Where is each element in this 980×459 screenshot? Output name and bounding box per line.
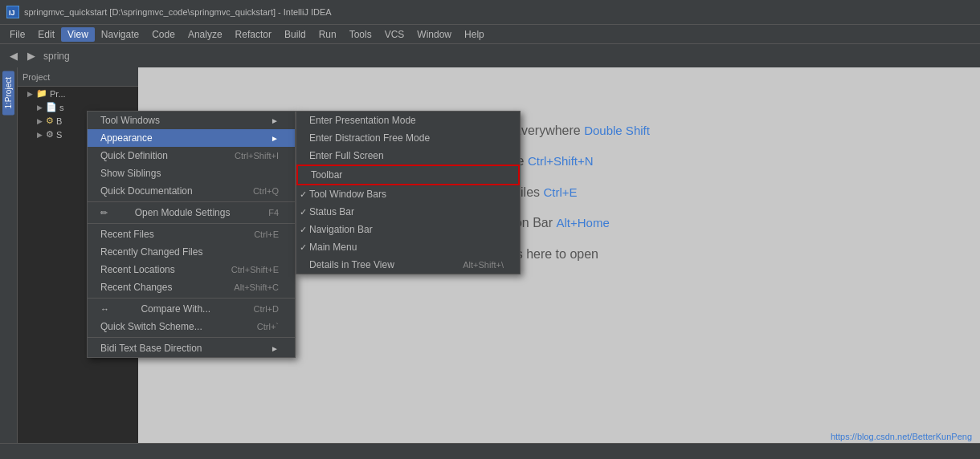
item-label: Toolbar	[311, 169, 342, 181]
menu-view[interactable]: View	[61, 27, 95, 42]
menu-refactor[interactable]: Refactor	[229, 27, 278, 42]
project-tree-item[interactable]: ▶ 📁 Pr...	[18, 87, 138, 100]
appearance-enter-presentation-mode[interactable]: Enter Presentation Mode	[296, 112, 520, 129]
menu-bar: File Edit View Navigate Code Analyze Ref…	[0, 24, 980, 43]
menu-file[interactable]: File	[3, 27, 31, 42]
sidebar-tab-project[interactable]: 1:Project	[2, 71, 14, 115]
toolbar-project-label: spring	[43, 51, 70, 62]
menu-tools[interactable]: Tools	[343, 27, 378, 42]
menu-build[interactable]: Build	[278, 27, 312, 42]
item-shortcut: Ctrl+E	[254, 229, 279, 239]
item-label: Appearance	[100, 132, 153, 144]
view-quick-documentation[interactable]: Quick Documentation Ctrl+Q	[88, 182, 295, 200]
check-icon: ✓	[300, 189, 307, 200]
view-recent-changes[interactable]: Recent Changes Alt+Shift+C	[88, 278, 295, 296]
submenu-arrow: ►	[271, 116, 279, 125]
item-label: Quick Definition	[100, 150, 168, 161]
tree-arrow: ▶	[37, 117, 43, 125]
hint-shortcut: Alt+Home	[557, 216, 610, 229]
tree-arrow: ▶	[27, 90, 33, 98]
item-shortcut: Alt+Shift+C	[234, 282, 279, 292]
item-label: Enter Full Screen	[309, 150, 384, 161]
project-item-label: s	[59, 103, 64, 112]
appearance-status-bar[interactable]: ✓ Status Bar	[296, 203, 520, 221]
item-shortcut: Ctrl+Q	[253, 186, 279, 196]
item-shortcut: Ctrl+Shift+I	[235, 151, 279, 160]
view-recently-changed-files[interactable]: Recently Changed Files	[88, 243, 295, 261]
tree-arrow: ▶	[37, 131, 43, 139]
item-label: Recent Files	[100, 229, 154, 240]
appearance-tool-window-bars[interactable]: ✓ Tool Window Bars	[296, 185, 520, 203]
project-header: Project	[18, 67, 138, 87]
view-compare-with[interactable]: ↔ Compare With... Ctrl+D	[88, 300, 295, 318]
menu-help[interactable]: Help	[458, 27, 491, 42]
item-label: Navigation Bar	[309, 224, 373, 235]
divider	[88, 201, 295, 202]
item-label: Enter Presentation Mode	[309, 115, 416, 126]
appearance-enter-distraction-free-mode[interactable]: Enter Distraction Free Mode	[296, 129, 520, 147]
appearance-details-in-tree-view[interactable]: Details in Tree View Alt+Shift+\	[296, 256, 520, 274]
app-icon: IJ	[6, 6, 19, 18]
menu-window[interactable]: Window	[410, 27, 458, 42]
divider	[88, 337, 295, 338]
menu-analyze[interactable]: Analyze	[182, 27, 229, 42]
view-appearance[interactable]: Appearance ►	[88, 129, 295, 147]
view-show-siblings[interactable]: Show Siblings	[88, 165, 295, 182]
title-text: springmvc_quickstart [D:\springmvc_code\…	[24, 7, 332, 17]
view-quick-definition[interactable]: Quick Definition Ctrl+Shift+I	[88, 147, 295, 165]
settings-icon: ⚙	[46, 129, 54, 140]
project-item-label: B	[56, 116, 62, 126]
view-tool-windows[interactable]: Tool Windows ►	[88, 112, 295, 129]
sidebar-strip: 1:Project	[0, 67, 18, 459]
item-label: Recent Changes	[100, 282, 172, 293]
item-label: Tool Windows	[100, 115, 160, 126]
divider	[88, 223, 295, 224]
check-icon: ✓	[300, 207, 307, 217]
toolbar-back-btn[interactable]: ◀	[5, 47, 22, 65]
view-menu-dropdown: Tool Windows ► Appearance ► Quick Defini…	[87, 111, 296, 358]
menu-navigate[interactable]: Navigate	[95, 27, 145, 42]
item-label: Compare With...	[141, 303, 210, 315]
hint-shortcut: Ctrl+E	[543, 185, 577, 199]
view-open-module-settings[interactable]: ✏ Open Module Settings F4	[88, 204, 295, 221]
item-label: Bidi Text Base Direction	[100, 343, 202, 354]
view-recent-locations[interactable]: Recent Locations Ctrl+Shift+E	[88, 261, 295, 278]
toolbar-row: ◀ ▶ spring	[0, 43, 980, 67]
item-shortcut: Ctrl+`	[257, 322, 279, 331]
project-folder-icon: 📁	[36, 88, 47, 99]
menu-code[interactable]: Code	[145, 27, 182, 42]
item-label: Details in Tree View	[309, 259, 394, 270]
project-item-label: Pr...	[50, 89, 66, 99]
menu-edit[interactable]: Edit	[31, 27, 61, 42]
divider	[88, 298, 295, 299]
submenu-arrow: ►	[271, 344, 279, 353]
file-icon: 📄	[46, 102, 57, 112]
toolbar-forward-btn[interactable]: ▶	[22, 47, 40, 65]
item-label: Main Menu	[309, 242, 357, 253]
item-label: Recently Changed Files	[100, 246, 202, 258]
pencil-icon: ✏	[100, 208, 108, 218]
item-label: Open Module Settings	[135, 207, 231, 218]
view-recent-files[interactable]: Recent Files Ctrl+E	[88, 225, 295, 243]
hint-shortcut: Double Shift	[584, 124, 650, 137]
item-label: Quick Switch Scheme...	[100, 321, 202, 332]
compare-icon: ↔	[100, 304, 109, 314]
item-shortcut: Ctrl+D	[254, 304, 279, 314]
status-bar	[0, 443, 980, 459]
item-shortcut: Ctrl+Shift+E	[231, 265, 279, 274]
main-area: 1:Project Project ▶ 📁 Pr... ▶ 📄 s ▶ ⚙ B …	[0, 67, 980, 459]
svg-text:IJ: IJ	[9, 9, 15, 17]
build-icon: ⚙	[46, 116, 54, 126]
appearance-main-menu[interactable]: ✓ Main Menu	[296, 238, 520, 256]
appearance-submenu: Enter Presentation Mode Enter Distractio…	[296, 111, 521, 274]
view-quick-switch-scheme[interactable]: Quick Switch Scheme... Ctrl+`	[88, 318, 295, 335]
appearance-toolbar[interactable]: Toolbar	[296, 165, 520, 185]
menu-run[interactable]: Run	[312, 27, 343, 42]
menu-vcs[interactable]: VCS	[378, 27, 411, 42]
title-bar: IJ springmvc_quickstart [D:\springmvc_co…	[0, 0, 980, 24]
view-bidi-text-base-direction[interactable]: Bidi Text Base Direction ►	[88, 339, 295, 357]
check-icon: ✓	[300, 225, 307, 235]
appearance-enter-full-screen[interactable]: Enter Full Screen	[296, 147, 520, 165]
hint-shortcut: Ctrl+Shift+N	[528, 154, 594, 168]
appearance-navigation-bar[interactable]: ✓ Navigation Bar	[296, 221, 520, 238]
